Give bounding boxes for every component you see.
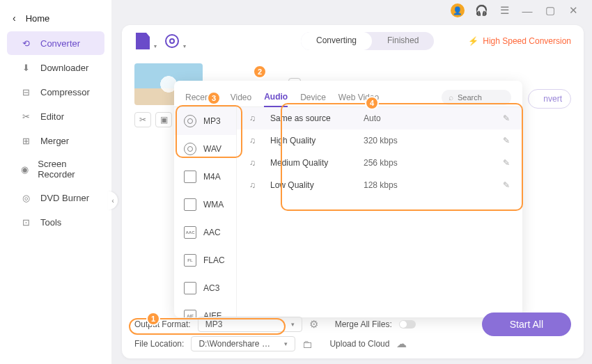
crop-button[interactable]: ▣	[155, 112, 172, 127]
edit-quality-icon[interactable]: ✎	[503, 113, 510, 123]
format-label: WAV	[203, 144, 221, 154]
format-aac[interactable]: AACAAC	[174, 219, 236, 246]
format-label: AAC	[203, 228, 221, 237]
sidebar-label: DVD Burner	[40, 193, 89, 203]
format-wma[interactable]: WMA	[174, 191, 236, 219]
high-speed-toggle[interactable]: ⚡ High Speed Conversion	[468, 36, 571, 46]
music-icon: ♫	[249, 136, 260, 145]
support-icon[interactable]: 🎧	[475, 4, 488, 17]
aac-icon: AAC	[184, 226, 196, 239]
edit-quality-icon[interactable]: ✎	[503, 136, 510, 145]
collapse-sidebar-button[interactable]: ‹	[108, 191, 118, 209]
disc-icon	[164, 33, 180, 49]
quality-label: Same as source	[270, 113, 354, 123]
edit-quality-icon[interactable]: ✎	[503, 180, 510, 190]
sidebar-label: Merger	[40, 136, 69, 146]
quality-high[interactable]: ♫High Quality320 kbps✎	[237, 129, 522, 152]
music-icon: ♫	[249, 180, 260, 190]
format-flac[interactable]: FLFLAC	[174, 246, 236, 274]
back-chevron-icon: ‹	[13, 13, 16, 24]
maximize-icon[interactable]: ▢	[544, 4, 556, 17]
file-location-select[interactable]: D:\Wondershare UniConverter 1▾	[191, 336, 295, 351]
tab-device[interactable]: Device	[300, 88, 326, 106]
format-label: M4A	[203, 172, 221, 182]
format-label: AC3	[203, 283, 219, 293]
sidebar-label: Downloader	[40, 63, 88, 73]
quality-list: ♫Same as sourceAuto✎ ♫High Quality320 kb…	[237, 107, 522, 317]
search-box[interactable]: ⌕	[442, 90, 511, 105]
quality-low[interactable]: ♫Low Quality128 kbps✎	[237, 174, 522, 196]
sidebar-item-dvdburner[interactable]: ◎DVD Burner	[7, 186, 104, 209]
sidebar: ‹ Home ⟲Converter ⬇Downloader ⊟Compresso…	[0, 0, 111, 364]
status-tabs: Converting Finished	[301, 32, 434, 50]
file-icon	[136, 33, 150, 49]
output-format-label: Output Format:	[134, 319, 191, 329]
format-label: MP3	[203, 116, 221, 126]
disc-icon	[184, 115, 196, 127]
sidebar-item-converter[interactable]: ⟲Converter	[7, 31, 104, 55]
sidebar-item-merger[interactable]: ⊞Merger	[7, 129, 104, 152]
disc-icon	[184, 143, 196, 155]
search-input[interactable]	[458, 93, 499, 102]
quality-rate: Auto	[364, 113, 493, 123]
minimize-icon[interactable]: —	[521, 4, 533, 17]
quality-rate: 256 kbps	[364, 158, 493, 168]
sidebar-label: Editor	[40, 111, 64, 122]
add-file-button[interactable]: ▾	[134, 33, 151, 49]
cloud-icon[interactable]: ☁	[396, 338, 407, 350]
add-disc-button[interactable]: ▾	[164, 33, 180, 49]
output-format-value: MP3	[205, 319, 223, 329]
marker-4: 4	[365, 96, 379, 110]
quality-medium[interactable]: ♫Medium Quality256 kbps✎	[237, 152, 522, 174]
quality-label: Low Quality	[270, 180, 354, 190]
dvd-icon: ◎	[20, 191, 32, 204]
download-icon: ⬇	[20, 61, 32, 74]
file-location-label: File Location:	[134, 339, 184, 349]
box-icon	[184, 282, 196, 294]
format-mp3[interactable]: MP3	[174, 107, 236, 135]
format-ac3[interactable]: AC3	[174, 274, 236, 302]
user-avatar[interactable]: 👤	[451, 3, 465, 17]
recorder-icon: ◉	[20, 163, 29, 175]
music-icon: ♫	[249, 158, 260, 168]
quality-same-as-source[interactable]: ♫Same as sourceAuto✎	[237, 107, 522, 129]
convert-button[interactable]: nvert	[528, 89, 571, 109]
format-label: FLAC	[203, 255, 225, 265]
file-location-value: D:\Wondershare UniConverter 1	[198, 339, 270, 349]
tab-converting[interactable]: Converting	[301, 32, 372, 50]
format-m4a[interactable]: M4A	[174, 163, 236, 191]
box-icon	[184, 171, 196, 183]
merge-label: Merge All Files:	[335, 319, 392, 329]
format-dropdown-panel: Recently Video Audio Device Web Video ⌕ …	[174, 81, 522, 317]
trim-button[interactable]: ✂	[134, 112, 151, 127]
merge-toggle[interactable]	[399, 320, 416, 329]
folder-icon[interactable]: 🗀	[302, 338, 313, 350]
tab-finished[interactable]: Finished	[372, 32, 434, 50]
quality-rate: 320 kbps	[364, 136, 493, 145]
sidebar-label: Tools	[40, 217, 61, 228]
marker-2: 2	[253, 65, 267, 79]
menu-icon[interactable]: ☰	[498, 4, 511, 17]
format-label: WMA	[203, 200, 224, 209]
chevron-down-icon: ▾	[291, 321, 295, 328]
tools-icon: ⊡	[20, 216, 32, 228]
sidebar-label: Screen Recorder	[38, 159, 92, 180]
search-icon: ⌕	[449, 93, 453, 102]
sidebar-item-tools[interactable]: ⊡Tools	[7, 210, 104, 234]
marker-3: 3	[207, 91, 221, 105]
sidebar-item-editor[interactable]: ✂Editor	[7, 104, 104, 128]
svg-point-0	[166, 35, 178, 47]
sidebar-item-recorder[interactable]: ◉Screen Recorder	[7, 153, 104, 185]
format-wav[interactable]: WAV	[174, 135, 236, 163]
close-icon[interactable]: ✕	[567, 4, 579, 17]
tab-video[interactable]: Video	[231, 88, 251, 106]
converter-icon: ⟲	[20, 37, 32, 49]
tab-audio[interactable]: Audio	[264, 88, 288, 107]
svg-point-1	[170, 39, 174, 43]
edit-quality-icon[interactable]: ✎	[503, 158, 510, 168]
box-icon	[184, 198, 196, 211]
sidebar-item-compressor[interactable]: ⊟Compressor	[7, 80, 104, 104]
home-link[interactable]: ‹ Home	[0, 6, 111, 31]
sidebar-item-downloader[interactable]: ⬇Downloader	[7, 56, 104, 79]
home-label: Home	[26, 13, 50, 24]
